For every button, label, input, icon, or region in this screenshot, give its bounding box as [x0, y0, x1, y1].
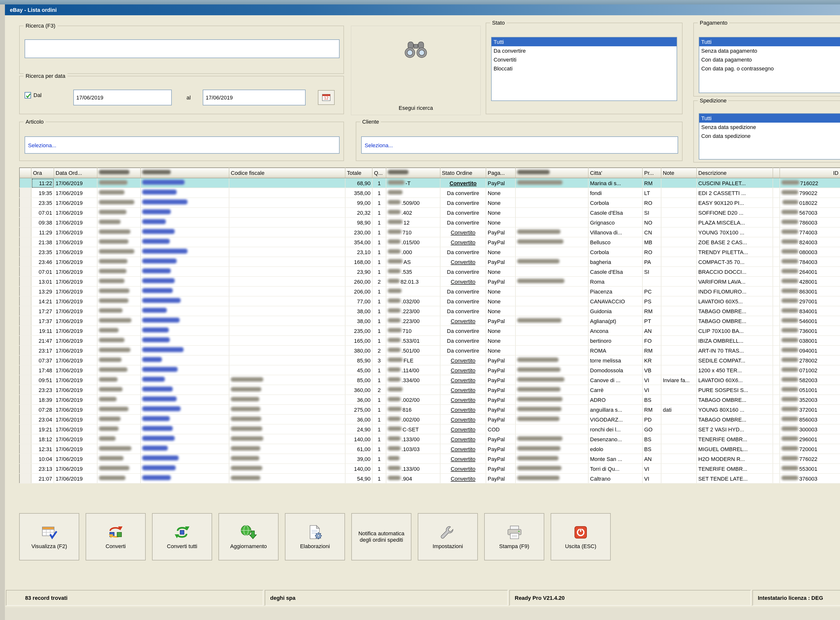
order-row[interactable]: 17:4817/06/201945,001.114/00ConvertitoPa… — [20, 365, 840, 375]
stato-convertito-link[interactable]: Convertito — [450, 180, 477, 186]
stato-convertito-link[interactable]: Convertito — [451, 357, 476, 363]
order-row[interactable]: 09:5117/06/201985,001.334/00ConvertitoPa… — [20, 375, 840, 385]
order-row[interactable]: 07:0117/06/201923,901.535Da convertireNo… — [20, 267, 840, 277]
stato-convertito-link[interactable]: Convertito — [451, 229, 476, 235]
order-row[interactable]: 23:4617/06/2019168,001ASConvertitoPayPal… — [20, 257, 840, 267]
column-header[interactable]: Note — [661, 168, 696, 178]
order-row[interactable]: 23:3517/06/201923,101.000Da convertireNo… — [20, 247, 840, 257]
order-row[interactable]: 07:2817/06/2019275,001816ConvertitoPayPa… — [20, 405, 840, 414]
stato-convertito-link[interactable]: Convertito — [451, 416, 476, 422]
order-row[interactable]: 13:2917/06/2019206,001Da convertireNoneP… — [20, 286, 840, 296]
calendar-button[interactable]: 12 — [318, 90, 334, 105]
order-row[interactable]: 13:0117/06/2019260,00282.01.3ConvertitoP… — [20, 277, 840, 286]
date-from-input[interactable] — [74, 90, 172, 105]
cliente-select-link[interactable]: Seleziona... — [364, 142, 393, 148]
order-row[interactable]: 19:3517/06/2019358,001Da convertireNonef… — [20, 188, 840, 198]
visualizza-button[interactable]: Visualizza (F2) — [19, 513, 79, 560]
stato-convertito-link[interactable]: Convertito — [451, 426, 476, 432]
uscita-button[interactable]: Uscita (ESC) — [550, 513, 610, 560]
stampa-button[interactable]: Stampa (F9) — [484, 513, 544, 560]
order-row[interactable]: 18:1217/06/2019140,001.133/00ConvertitoP… — [20, 434, 840, 444]
order-row[interactable]: 23:0417/06/201936,001.002/00ConvertitoPa… — [20, 414, 840, 424]
notifica-button[interactable]: Notifica automatica degli ordini spediti — [351, 513, 411, 560]
order-row[interactable]: 11:2917/06/2019230,001710ConvertitoPayPa… — [20, 227, 840, 237]
column-header[interactable] — [97, 168, 141, 178]
spedizione-listbox[interactable]: TuttiSenza data spedizioneCon data spedi… — [699, 113, 840, 160]
order-row[interactable]: 19:1117/06/2019235,001710Da convertireNo… — [20, 326, 840, 336]
spedizione-option[interactable]: Senza data spedizione — [699, 123, 840, 131]
order-row[interactable]: 07:0117/06/201920,321.402Da convertireNo… — [20, 208, 840, 217]
pagamento-option[interactable]: Tutti — [699, 38, 840, 46]
stato-convertito-link[interactable]: Convertito — [451, 377, 476, 383]
column-header[interactable]: Stato Ordine — [440, 168, 486, 178]
stato-convertito-link[interactable]: Convertito — [451, 456, 476, 462]
stato-convertito-link[interactable]: Convertito — [451, 387, 476, 393]
column-header[interactable]: Q... — [372, 168, 386, 178]
column-header[interactable]: Ora — [31, 168, 54, 178]
search-input[interactable] — [25, 39, 339, 58]
order-row[interactable]: 17:3717/06/201938,001.223/00ConvertitoPa… — [20, 316, 840, 326]
stato-convertito-link[interactable]: Convertito — [451, 436, 476, 442]
stato-convertito-link[interactable]: Convertito — [451, 466, 476, 471]
order-row[interactable]: 23:3517/06/201999,001.509/00Da convertir… — [20, 198, 840, 208]
stato-option[interactable]: Convertiti — [492, 55, 676, 64]
order-row[interactable]: 23:1717/06/2019380,002.501/00Da converti… — [20, 345, 840, 355]
column-header[interactable]: Totale — [345, 168, 372, 178]
pagamento-option[interactable]: Con data pag. o contrassegno — [699, 64, 840, 73]
stato-convertito-link[interactable]: Convertito — [451, 397, 476, 403]
order-row[interactable]: 23:2317/06/2019360,002ConvertitoPayPalCa… — [20, 385, 840, 395]
stato-listbox[interactable]: TuttiDa convertireConvertitiBloccati — [491, 37, 677, 101]
order-row[interactable]: 19:2117/06/201924,901C-SETConvertitoCODr… — [20, 424, 840, 434]
pagamento-option[interactable]: Con data pagamento — [699, 55, 840, 64]
column-header[interactable]: Data Ord... — [54, 168, 97, 178]
stato-convertito-link[interactable]: Convertito — [451, 239, 476, 245]
titlebar[interactable]: eBay - Lista ordini — [5, 5, 840, 15]
articolo-select-link[interactable]: Seleziona... — [28, 142, 56, 148]
stato-convertito-link[interactable]: Convertito — [451, 259, 476, 265]
pagamento-option[interactable]: Senza data pagamento — [699, 46, 840, 55]
stato-option[interactable]: Bloccati — [492, 64, 676, 73]
order-row[interactable]: 18:3917/06/201936,001.002/00ConvertitoPa… — [20, 395, 840, 405]
order-row[interactable]: 17:2717/06/201938,001.223/00Da convertir… — [20, 306, 840, 316]
dal-checkbox[interactable] — [25, 92, 31, 98]
column-header[interactable] — [141, 168, 229, 178]
column-header[interactable]: Citta' — [588, 168, 642, 178]
column-header[interactable]: Codice fiscale — [229, 168, 345, 178]
order-row[interactable]: 14:2117/06/201977,001.032/00Da convertir… — [20, 296, 840, 306]
stato-convertito-link[interactable]: Convertito — [451, 446, 476, 452]
order-row[interactable]: 10:0417/06/201939,001ConvertitoPayPalMon… — [20, 454, 840, 463]
order-row[interactable]: 07:3717/06/201985,903FLEConvertitoPayPal… — [20, 355, 840, 365]
order-row[interactable]: 23:1317/06/2019140,001.133/00ConvertitoP… — [20, 463, 840, 474]
date-to-input[interactable] — [203, 90, 306, 105]
order-row[interactable]: 21:4717/06/2019165,001.533/01Da converti… — [20, 336, 840, 345]
spedizione-option[interactable]: Con data spedizione — [699, 131, 840, 140]
aggiornamento-button[interactable]: Aggiornamento — [219, 513, 279, 560]
column-header[interactable] — [20, 168, 31, 178]
stato-option[interactable]: Da convertire — [492, 46, 676, 55]
column-header[interactable]: Descrizione — [696, 168, 773, 178]
column-header[interactable] — [386, 168, 440, 178]
order-row[interactable]: 21:3817/06/2019354,001.015/00ConvertitoP… — [20, 237, 840, 247]
column-header[interactable] — [516, 168, 588, 178]
stato-convertito-link[interactable]: Convertito — [451, 278, 476, 284]
order-row[interactable]: 11:2217/06/201968,901-TConvertitoPayPalM… — [20, 178, 840, 188]
order-row[interactable]: 21:0717/06/201954,901.904ConvertitoPayPa… — [20, 474, 840, 483]
stato-convertito-link[interactable]: Convertito — [451, 476, 476, 482]
elaborazioni-button[interactable]: Elaborazioni — [285, 513, 345, 560]
stato-convertito-link[interactable]: Convertito — [451, 367, 476, 373]
order-row[interactable]: 12:3117/06/201961,001.103/03ConvertitoPa… — [20, 444, 840, 454]
stato-convertito-link[interactable]: Convertito — [451, 406, 476, 412]
orders-table[interactable]: OraData Ord...Codice fiscaleTotaleQ...St… — [19, 167, 840, 484]
esegui-ricerca-button[interactable]: Esegui ricerca — [351, 26, 481, 115]
column-header[interactable] — [773, 168, 780, 178]
cliente-select[interactable]: Seleziona... — [361, 136, 678, 153]
column-header[interactable]: Pr... — [642, 168, 661, 178]
converti-tutti-button[interactable]: Converti tutti — [152, 513, 212, 560]
stato-option[interactable]: Tutti — [492, 38, 676, 46]
articolo-select[interactable]: Seleziona... — [25, 136, 339, 153]
pagamento-listbox[interactable]: TuttiSenza data pagamentoCon data pagame… — [699, 37, 840, 93]
impostazioni-button[interactable]: Impostazioni — [418, 513, 478, 560]
order-row[interactable]: 09:3817/06/201998,90112Da convertireNone… — [20, 217, 840, 227]
spedizione-option[interactable]: Tutti — [699, 114, 840, 123]
stato-convertito-link[interactable]: Convertito — [451, 318, 476, 324]
